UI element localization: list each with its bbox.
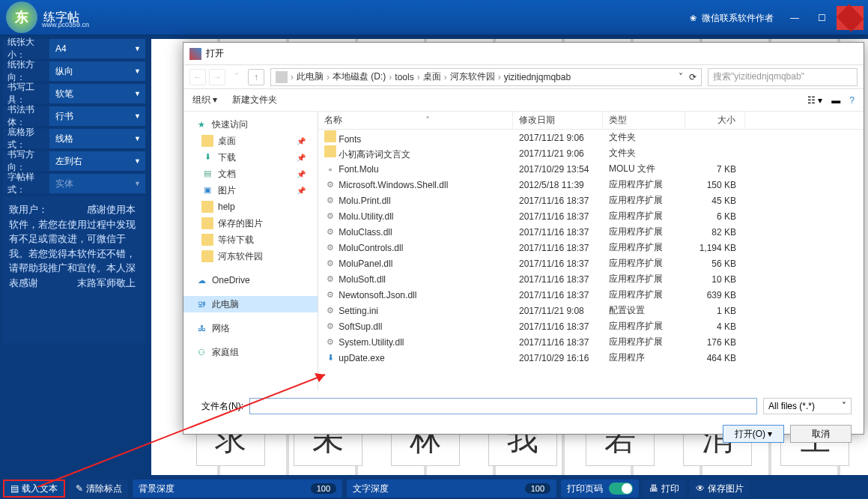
file-row[interactable]: ⬇ upDate.exe 2017/10/29 16:16应用程序464 KB (318, 350, 864, 366)
bottombar: ▤载入文本 ✎清除标点 背景深度100 文字深度100 打印页码 🖶打印 👁保存… (0, 478, 868, 499)
file-row[interactable]: ⚙ Microsoft.Windows.Shell.dll 2012/5/18 … (318, 177, 864, 193)
help-folder-item[interactable]: help (183, 199, 318, 215)
print-button[interactable]: 🖶打印 (643, 480, 685, 498)
file-open-dialog: 打开 ← → ˅ ↑ › 此电脑› 本地磁盘 (D:)› tools› 桌面› … (183, 42, 864, 435)
folder-icon (324, 130, 336, 142)
homegroup-icon: ⚇ (195, 346, 207, 358)
file-row[interactable]: ⚙ Molu.Utility.dll 2017/11/16 18:37应用程序扩… (318, 208, 864, 224)
nav-up-button[interactable]: ↑ (248, 69, 264, 85)
maximize-button[interactable]: ☐ (810, 9, 834, 27)
sidebar-dropdown[interactable]: 左到右▼ (49, 151, 145, 171)
minimize-button[interactable]: — (783, 9, 807, 27)
column-headers[interactable]: 名称˄ 修改日期 类型 大小 (318, 112, 864, 130)
documents-item[interactable]: ▤文档📌 (183, 166, 318, 182)
quick-access-item[interactable]: ★快速访问 (183, 116, 318, 133)
pin-icon: 📌 (297, 137, 306, 145)
pictures-item[interactable]: ▣图片📌 (183, 182, 318, 199)
file-row[interactable]: Fonts 2017/11/21 9:06文件夹 (318, 130, 864, 145)
sidebar-dropdown[interactable]: 纵向▼ (49, 61, 145, 81)
chevron-down-icon: ▼ (134, 45, 141, 52)
cancel-button[interactable]: 取消 (790, 425, 852, 443)
wait-dl-item[interactable]: 等待下载 (183, 232, 318, 248)
dll-icon: ⚙ (324, 242, 336, 254)
dll-icon: ⚙ (324, 289, 336, 301)
dll-icon: ⚙ (324, 226, 336, 238)
file-row[interactable]: ⚙ MoluClass.dll 2017/11/16 18:37应用程序扩展82… (318, 224, 864, 240)
chevron-down-icon: ▼ (134, 90, 141, 97)
nav-fwd-button[interactable]: → (209, 69, 225, 85)
nav-back-button[interactable]: ← (189, 69, 206, 85)
sidebar-dropdown[interactable]: 软笔▼ (49, 84, 145, 103)
clear-marks-button[interactable]: ✎清除标点 (70, 480, 128, 498)
chevron-down-icon: ▼ (134, 157, 141, 165)
file-row[interactable]: ▫ Font.Molu 2017/10/29 13:54MOLU 文件7 KB (318, 161, 864, 177)
file-row[interactable]: ⚙ MoluSoft.dll 2017/11/16 18:37应用程序扩展10 … (318, 271, 864, 287)
sidebar-dropdown[interactable]: A4▼ (49, 39, 145, 58)
this-pc-item[interactable]: 🖳此电脑 (183, 296, 318, 312)
import-icon: ▤ (10, 483, 19, 494)
save-image-button[interactable]: 👁保存图片 (690, 480, 750, 498)
file-row[interactable]: 小初高诗词文言文 2017/11/21 9:06文件夹 (318, 145, 864, 161)
new-folder-button[interactable]: 新建文件夹 (232, 94, 277, 106)
dialog-nav: ← → ˅ ↑ › 此电脑› 本地磁盘 (D:)› tools› 桌面› 河东软… (183, 65, 864, 89)
onedrive-item[interactable]: ☁OneDrive (183, 272, 318, 288)
dll-icon: ⚙ (324, 258, 336, 270)
search-input[interactable]: 搜索"yizitiednjqmqbab" (708, 68, 858, 86)
network-item[interactable]: 🖧网络 (183, 320, 318, 336)
filename-input[interactable] (249, 398, 757, 414)
sidebar-row: 底格形式： 线格▼ (3, 129, 145, 148)
breadcrumb[interactable]: › 此电脑› 本地磁盘 (D:)› tools› 桌面› 河东软件园› yizi… (270, 68, 702, 86)
text-depth-slider[interactable]: 文字深度100 (347, 480, 556, 498)
dialog-toolbar: 组织 ▾ 新建文件夹 ☷ ▾ ▬ ? (183, 89, 864, 112)
print-page-toggle[interactable]: 打印页码 (561, 480, 639, 498)
dialog-sidebar: ★快速访问 桌面📌 ⬇下载📌 ▤文档📌 ▣图片📌 help 保存的图片 等待下载… (183, 112, 318, 390)
bg-depth-slider[interactable]: 背景深度100 (133, 480, 342, 498)
wechat-text: 微信联系软件作者 (702, 12, 774, 25)
file-row[interactable]: ⚙ MoluControls.dll 2017/11/16 18:37应用程序扩… (318, 240, 864, 255)
chevron-down-icon: ˅ (842, 401, 846, 411)
load-text-button[interactable]: ▤载入文本 (3, 480, 65, 498)
sidebar-dropdown[interactable]: 实体▼ (49, 174, 145, 193)
sidebar-dropdown[interactable]: 线格▼ (49, 129, 145, 148)
folder-icon (201, 201, 213, 213)
star-icon: ★ (195, 118, 207, 130)
sidebar-row: 书写方向： 左到右▼ (3, 151, 145, 171)
desktop-item[interactable]: 桌面📌 (183, 133, 318, 149)
dialog-titlebar: 打开 (183, 43, 864, 65)
filter-dropdown[interactable]: All files (*.*)˅ (763, 398, 852, 414)
print-icon: 🖶 (649, 483, 658, 494)
view-options-button[interactable]: ☷ ▾ (807, 95, 822, 106)
sidebar-dropdown[interactable]: 行书▼ (49, 106, 145, 126)
file-row[interactable]: ⚙ MoluPanel.dll 2017/11/16 18:37应用程序扩展56… (318, 255, 864, 271)
file-row[interactable]: ⚙ System.Utility.dll 2017/11/16 18:37应用程… (318, 334, 864, 350)
preview-pane-button[interactable]: ▬ (831, 95, 840, 106)
exe-icon: ⬇ (324, 352, 336, 364)
user-message: 致用户： 感谢使用本软件，若您在使用过程中发现有不足或需改进，可微信于我。若您觉… (3, 196, 145, 343)
nav-history-button[interactable]: ˅ (228, 69, 245, 85)
hedong-item[interactable]: 河东软件园 (183, 248, 318, 264)
sidebar-label: 底格形式： (3, 126, 49, 151)
dll-icon: ⚙ (324, 179, 336, 191)
homegroup-item[interactable]: ⚇家庭组 (183, 344, 318, 360)
organize-menu[interactable]: 组织 ▾ (192, 94, 217, 106)
dll-icon: ⚙ (324, 336, 336, 348)
crumb-dropdown-icon[interactable]: ˅ (679, 72, 683, 82)
chevron-down-icon: ▼ (134, 67, 141, 75)
file-row[interactable]: ⚙ Molu.Print.dll 2017/11/16 18:37应用程序扩展4… (318, 193, 864, 208)
version-text: www.pc0359.cn (42, 21, 89, 28)
downloads-item[interactable]: ⬇下载📌 (183, 149, 318, 166)
wechat-link[interactable]: ❀ 微信联系软件作者 (681, 9, 780, 28)
sidebar-label: 字帖样式： (3, 171, 49, 196)
sidebar-row: 纸张大小： A4▼ (3, 39, 145, 58)
saved-pics-item[interactable]: 保存的图片 (183, 215, 318, 232)
close-button[interactable] (837, 6, 864, 30)
refresh-icon[interactable]: ⟳ (689, 72, 696, 82)
file-row[interactable]: ⚙ SoftSup.dll 2017/11/16 18:37应用程序扩展4 KB (318, 318, 864, 334)
open-button[interactable]: 打开(O) ▾ (723, 425, 784, 443)
file-row[interactable]: ⚙ Setting.ini 2017/11/21 9:08配置设置1 KB (318, 303, 864, 318)
sidebar-label: 书法书体： (3, 103, 49, 129)
file-row[interactable]: ⚙ Newtonsoft.Json.dll 2017/11/16 18:37应用… (318, 287, 864, 303)
dialog-icon (189, 48, 201, 60)
help-button[interactable]: ? (849, 95, 855, 106)
dll-icon: ⚙ (324, 211, 336, 223)
